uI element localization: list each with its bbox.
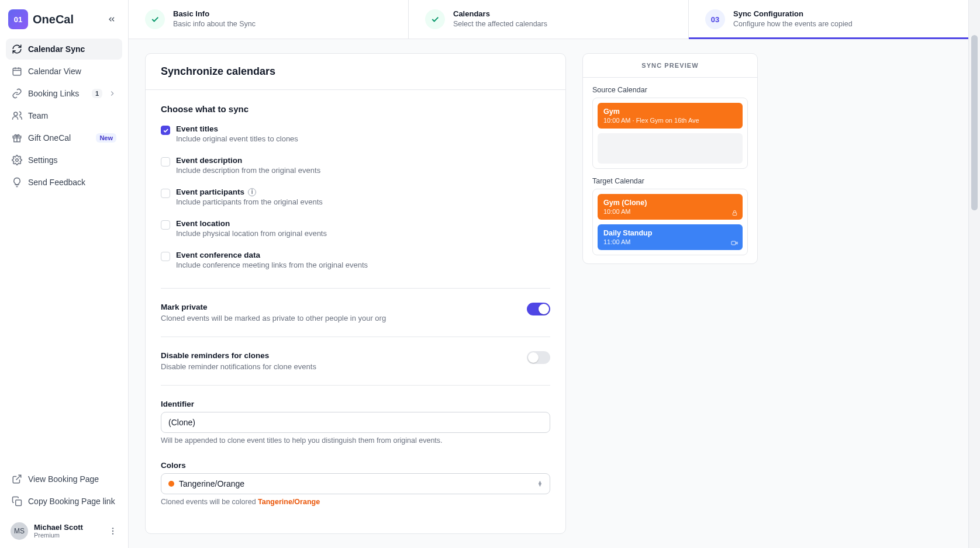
link-icon xyxy=(12,88,22,99)
opt-event-conference-data[interactable]: Event conference data Include conference… xyxy=(161,248,550,274)
step-sync-configuration[interactable]: 03 Sync Configuration Configure how the … xyxy=(689,0,968,39)
opt-sub: Include physical location from original … xyxy=(176,229,327,238)
step-subtitle: Basic info about the Sync xyxy=(173,19,256,29)
scrollbar-thumb[interactable] xyxy=(971,35,978,210)
opt-event-titles[interactable]: Event titles Include original event titl… xyxy=(161,122,550,148)
sidebar-item-booking-links[interactable]: Booking Links 1 xyxy=(6,83,122,104)
gift-icon xyxy=(12,133,22,143)
event-card: Gym (Clone) 10:00 AM xyxy=(598,194,743,220)
nav: Calendar Sync Calendar View Booking Link… xyxy=(6,39,122,193)
checkbox[interactable] xyxy=(161,252,170,261)
svg-rect-8 xyxy=(733,213,736,216)
step-title: Sync Configuration xyxy=(733,9,853,19)
opt-sub: Cloned events will be marked as private … xyxy=(161,314,386,322)
opt-event-description[interactable]: Event description Include description fr… xyxy=(161,154,550,179)
content-body: Synchronize calendars Choose what to syn… xyxy=(129,39,968,548)
sidebar-item-settings[interactable]: Settings xyxy=(6,150,122,171)
check-icon xyxy=(145,9,165,29)
event-title: Daily Standup xyxy=(603,229,737,237)
colors-field: Colors Tangerine/Orange ▲▼ Cloned events… xyxy=(161,461,550,506)
sidebar-item-send-feedback[interactable]: Send Feedback xyxy=(6,172,122,193)
preview-panel: SYNC PREVIEW Source Calendar Gym 10:00 A… xyxy=(582,53,758,264)
sidebar-item-calendar-sync[interactable]: Calendar Sync xyxy=(6,39,122,60)
sidebar-item-view-booking-page[interactable]: View Booking Page xyxy=(6,469,122,490)
opt-event-participants[interactable]: Event participants i Include participant… xyxy=(161,185,550,211)
opt-sub: Include participants from the original e… xyxy=(176,197,323,206)
opt-title: Event conference data xyxy=(176,251,368,259)
sidebar-item-calendar-view[interactable]: Calendar View xyxy=(6,61,122,82)
step-basic-info[interactable]: Basic Info Basic info about the Sync xyxy=(129,0,409,39)
svg-rect-9 xyxy=(731,241,736,245)
sidebar-item-label: Gift OneCal xyxy=(28,133,90,143)
page-title: Synchronize calendars xyxy=(161,65,550,78)
sidebar-item-label: Booking Links xyxy=(28,89,86,98)
checkbox[interactable] xyxy=(161,126,170,135)
config-panel: Synchronize calendars Choose what to syn… xyxy=(145,53,566,534)
mark-private-toggle[interactable] xyxy=(527,303,550,315)
copy-icon xyxy=(12,496,22,507)
colors-value: Tangerine/Orange xyxy=(179,479,244,488)
user-meta: Michael Scott Premium xyxy=(34,523,102,540)
opt-mark-private: Mark private Cloned events will be marke… xyxy=(161,303,550,322)
opt-sub: Include description from the original ev… xyxy=(176,166,320,175)
sidebar-item-label: Settings xyxy=(28,155,116,165)
stepper: Basic Info Basic info about the Sync Cal… xyxy=(129,0,968,39)
user-plan: Premium xyxy=(34,532,102,539)
new-badge: New xyxy=(96,133,116,143)
svg-point-3 xyxy=(16,159,19,162)
identifier-field: Identifier Will be appended to clone eve… xyxy=(161,400,550,445)
sidebar-item-gift-onecal[interactable]: Gift OneCal New xyxy=(6,127,122,148)
check-icon xyxy=(425,9,445,29)
step-number: 03 xyxy=(705,9,725,29)
event-card: Daily Standup 11:00 AM xyxy=(598,224,743,250)
step-title: Basic Info xyxy=(173,9,256,19)
info-icon[interactable]: i xyxy=(248,188,256,196)
event-subtitle: 10:00 AM xyxy=(603,208,737,215)
sidebar-item-label: Team xyxy=(28,111,116,120)
scrollbar[interactable] xyxy=(968,0,980,548)
colors-select[interactable]: Tangerine/Orange ▲▼ xyxy=(161,473,550,494)
main: Basic Info Basic info about the Sync Cal… xyxy=(129,0,968,548)
identifier-label: Identifier xyxy=(161,400,550,408)
disable-reminders-toggle[interactable] xyxy=(527,351,550,364)
checkbox[interactable] xyxy=(161,157,170,167)
logo-text: OneCal xyxy=(33,13,74,26)
booking-links-count-badge: 1 xyxy=(92,89,102,98)
video-icon xyxy=(731,240,738,247)
step-calendars[interactable]: Calendars Select the affected calendars xyxy=(409,0,689,39)
event-placeholder xyxy=(598,133,743,164)
svg-rect-4 xyxy=(16,500,22,506)
sidebar-bottom: View Booking Page Copy Booking Page link xyxy=(6,469,122,512)
opt-title: Event location xyxy=(176,219,327,228)
opt-title: Event participants i xyxy=(176,188,323,196)
chevron-up-down-icon: ▲▼ xyxy=(537,481,543,487)
opt-title: Mark private xyxy=(161,303,386,311)
opt-event-location[interactable]: Event location Include physical location… xyxy=(161,217,550,242)
checkbox[interactable] xyxy=(161,189,170,198)
colors-label: Colors xyxy=(161,461,550,470)
sidebar-item-copy-booking-link[interactable]: Copy Booking Page link xyxy=(6,491,122,512)
target-calendar-label: Target Calendar xyxy=(592,177,748,185)
calendar-icon xyxy=(12,66,22,77)
collapse-sidebar-button[interactable] xyxy=(103,11,120,27)
more-vertical-icon[interactable] xyxy=(108,526,118,536)
opt-sub: Include original event titles to clones xyxy=(176,134,298,143)
sidebar-item-team[interactable]: Team xyxy=(6,105,122,126)
opt-sub: Disable reminder notifications for clone… xyxy=(161,362,316,371)
source-calendar-block: Source Calendar Gym 10:00 AM · Flex Gym … xyxy=(592,86,748,169)
logo[interactable]: 01 OneCal xyxy=(8,9,74,29)
event-card: Gym 10:00 AM · Flex Gym on 16th Ave xyxy=(598,103,743,129)
chevron-right-icon xyxy=(108,89,116,98)
user-menu[interactable]: MS Michael Scott Premium xyxy=(6,516,122,542)
external-link-icon xyxy=(12,474,22,484)
sync-section-title: Choose what to sync xyxy=(161,104,550,114)
target-calendar-card: Gym (Clone) 10:00 AM Daily Standup 11:00… xyxy=(592,189,748,255)
opt-sub: Include conference meeting links from th… xyxy=(176,261,368,269)
identifier-input[interactable] xyxy=(161,412,550,433)
chevron-double-left-icon xyxy=(107,15,116,24)
preview-heading: SYNC PREVIEW xyxy=(583,54,757,78)
svg-point-7 xyxy=(112,533,113,534)
sidebar: 01 OneCal Calendar Sync Calendar View xyxy=(0,0,129,548)
checkbox[interactable] xyxy=(161,220,170,230)
step-title: Calendars xyxy=(453,9,547,19)
